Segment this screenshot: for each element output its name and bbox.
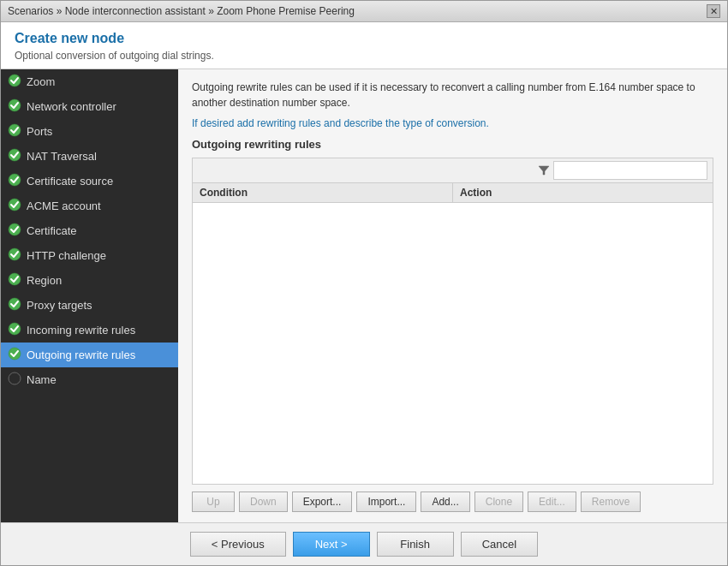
check-icon <box>8 148 21 164</box>
next-button[interactable]: Next > <box>293 532 370 557</box>
sidebar-item-label: Region <box>27 274 62 287</box>
sidebar-item-proxy-targets[interactable]: Proxy targets <box>1 293 178 318</box>
window-close-button[interactable]: ✕ <box>707 4 720 18</box>
sidebar-item-region[interactable]: Region <box>1 268 178 293</box>
sidebar-item-label: Ports <box>27 125 52 138</box>
filter-input[interactable] <box>553 161 707 180</box>
title-bar: Scenarios » Node interconnection assista… <box>1 1 727 22</box>
sidebar-item-label: NAT Traversal <box>27 150 97 163</box>
sidebar-item-http-challenge[interactable]: HTTP challenge <box>1 243 178 268</box>
page-subtitle: Optional conversion of outgoing dial str… <box>15 50 713 62</box>
check-icon <box>8 74 21 90</box>
empty-icon <box>8 372 21 388</box>
import-button[interactable]: Import... <box>356 492 416 512</box>
filter-icon <box>538 161 550 180</box>
sidebar-item-label: HTTP challenge <box>27 249 106 262</box>
action-buttons: Up Down Export... Import... Add... Clone… <box>192 485 713 512</box>
main-area: Zoom Network controller Ports NAT Traver… <box>1 69 727 522</box>
check-icon <box>8 198 21 214</box>
add-button[interactable]: Add... <box>421 492 469 512</box>
content-inner: Outgoing rewrite rules can be used if it… <box>178 69 727 522</box>
section-title: Outgoing rewriting rules <box>192 138 713 151</box>
up-button[interactable]: Up <box>192 492 235 512</box>
info-text: Outgoing rewrite rules can be used if it… <box>192 80 713 110</box>
svg-marker-13 <box>539 166 549 175</box>
header-section: Create new node Optional conversion of o… <box>1 22 727 69</box>
sidebar-item-incoming-rewrite-rules[interactable]: Incoming rewrite rules <box>1 318 178 343</box>
sidebar-item-acme-account[interactable]: ACME account <box>1 194 178 218</box>
rules-table-container: Condition Action <box>192 158 713 485</box>
info-link: If desired add rewriting rules and descr… <box>192 117 713 129</box>
check-icon <box>8 297 21 313</box>
column-condition: Condition <box>193 183 453 202</box>
sidebar-item-label: Outgoing rewrite rules <box>27 349 135 361</box>
sidebar-item-label: Incoming rewrite rules <box>27 324 135 337</box>
check-icon <box>8 272 21 289</box>
check-icon <box>8 98 21 115</box>
clone-button[interactable]: Clone <box>474 492 523 512</box>
sidebar-item-certificate-source[interactable]: Certificate source <box>1 169 178 194</box>
sidebar-item-label: Certificate source <box>27 175 113 188</box>
edit-button[interactable]: Edit... <box>528 492 576 512</box>
sidebar-item-label: Network controller <box>27 100 116 113</box>
sidebar-item-nat-traversal[interactable]: NAT Traversal <box>1 144 178 169</box>
export-button[interactable]: Export... <box>292 492 353 512</box>
sidebar-item-network-controller[interactable]: Network controller <box>1 94 178 119</box>
finish-button[interactable]: Finish <box>377 532 454 557</box>
breadcrumb: Scenarios » Node interconnection assista… <box>8 5 355 17</box>
check-icon <box>8 123 21 140</box>
sidebar-item-label: Proxy targets <box>27 299 92 312</box>
check-icon <box>8 322 21 338</box>
sidebar-item-zoom[interactable]: Zoom <box>1 69 178 94</box>
sidebar-item-name[interactable]: Name <box>1 367 178 392</box>
check-icon <box>8 223 21 239</box>
sidebar-item-label: ACME account <box>27 200 101 212</box>
sidebar: Zoom Network controller Ports NAT Traver… <box>1 69 178 522</box>
content-area: Outgoing rewrite rules can be used if it… <box>178 69 727 522</box>
sidebar-item-label: Certificate <box>27 224 77 237</box>
check-icon <box>8 347 21 363</box>
filter-row <box>193 158 713 183</box>
table-body <box>193 203 713 484</box>
remove-button[interactable]: Remove <box>581 492 641 512</box>
previous-button[interactable]: < Previous <box>190 532 286 557</box>
check-icon <box>8 247 21 264</box>
sidebar-item-label: Name <box>27 373 57 386</box>
sidebar-item-certificate[interactable]: Certificate <box>1 218 178 243</box>
page-title: Create new node <box>15 31 713 46</box>
sidebar-item-outgoing-rewrite-rules[interactable]: Outgoing rewrite rules <box>1 343 178 367</box>
cancel-button[interactable]: Cancel <box>461 532 538 557</box>
check-icon <box>8 173 21 189</box>
footer: < Previous Next > Finish Cancel <box>1 522 727 565</box>
sidebar-item-label: Zoom <box>27 75 55 88</box>
table-header: Condition Action <box>193 183 713 203</box>
sidebar-item-ports[interactable]: Ports <box>1 119 178 144</box>
down-button[interactable]: Down <box>239 492 288 512</box>
main-window: Scenarios » Node interconnection assista… <box>0 0 728 566</box>
svg-point-12 <box>9 372 21 384</box>
column-action: Action <box>453 183 713 202</box>
